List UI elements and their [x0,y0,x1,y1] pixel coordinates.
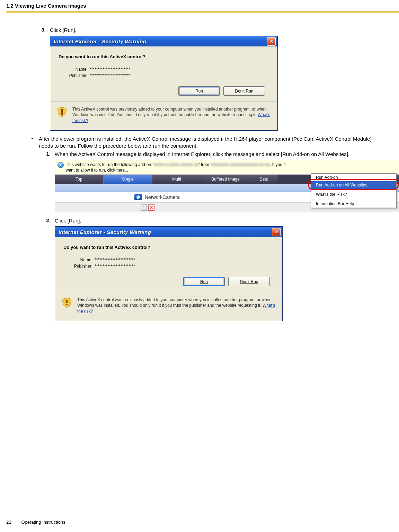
run-button[interactable]: Run [183,277,225,286]
step-text: Click [Run]. [50,27,378,34]
doc-title: Operating Instructions [21,520,65,525]
dont-run-button[interactable]: Don't Run [223,86,265,96]
close-icon[interactable]: ✕ [272,228,281,236]
svg-rect-1 [61,113,63,115]
svg-rect-2 [66,300,68,303]
shield-icon [61,297,72,308]
tab-top[interactable]: Top [55,175,104,184]
tab-single[interactable]: Single [104,175,152,184]
menu-run-addon-all-websites[interactable]: Run Add-on on All Websites [311,181,396,189]
dialog-info-text: This ActiveX control was previously adde… [72,106,271,123]
menu-run-addon[interactable]: Run Add-on [311,174,396,181]
shield-icon [56,106,68,117]
tab-multi[interactable]: Multi [152,175,201,184]
dialog-title: Internet Explorer - Security Warning [54,38,146,44]
close-icon[interactable]: ✕ [267,37,276,46]
tab-buffered[interactable]: Buffered Image [201,175,250,184]
camera-icon [134,194,142,200]
dialog-info-text: This ActiveX control was previously adde… [77,297,276,314]
page-footer: 22 Operating Instructions [6,519,65,525]
svg-rect-0 [61,109,63,113]
name-value: ************************* [90,67,130,72]
scroll-up-icon[interactable]: ˄ [141,204,147,211]
publisher-value: ************************* [95,264,135,269]
step-number: 2. [43,217,51,224]
broken-image-icon: ✕ [148,204,154,211]
name-label: Name: [59,67,88,72]
information-bar[interactable]: ? This website wants to run the followin… [55,160,399,175]
dialog-title: Internet Explorer - Security Warning [59,229,151,235]
dont-run-button[interactable]: Don't Run [228,277,270,286]
bullet-mark: • [30,136,34,150]
camera-label: NetworkCamera [145,194,180,200]
section-title: 1.2 Viewing Live Camera Images [6,3,399,9]
step-text: Click [Run]. [55,217,378,224]
page-number: 22 [6,520,11,525]
step-text: When the ActiveX Control message is disp… [55,151,378,158]
menu-whats-the-risk[interactable]: What's the Risk? [311,191,396,198]
name-value: ************************* [95,258,135,262]
dialog-titlebar: Internet Explorer - Security Warning ✕ [50,36,277,46]
dialog-titlebar: Internet Explorer - Security Warning ✕ [55,227,282,237]
dialog-question: Do you want to run this ActiveX control? [59,54,269,59]
publisher-value: ************************* [90,73,130,78]
run-button[interactable]: Run [178,86,220,96]
bullet-text: After the viewer program is installed, t… [39,136,378,150]
dialog-question: Do you want to run this ActiveX control? [63,245,274,250]
publisher-label: Publisher: [59,73,88,78]
security-warning-dialog: Internet Explorer - Security Warning ✕ D… [55,226,283,321]
context-menu: Run Add-on Run Add-on on All Websites Wh… [311,173,397,208]
menu-information-bar-help[interactable]: Information Bar Help [311,200,396,208]
step-number: 1. [43,151,51,158]
security-warning-dialog: Internet Explorer - Security Warning ✕ D… [50,36,278,131]
step-number: 3. [38,27,46,34]
help-icon: ? [57,162,64,168]
publisher-label: Publisher: [63,264,92,269]
name-label: Name: [63,258,92,262]
ie-infobar-screenshot: ? This website wants to run the followin… [55,160,399,212]
svg-rect-3 [66,304,68,305]
tab-setup[interactable]: Setu [250,175,278,184]
